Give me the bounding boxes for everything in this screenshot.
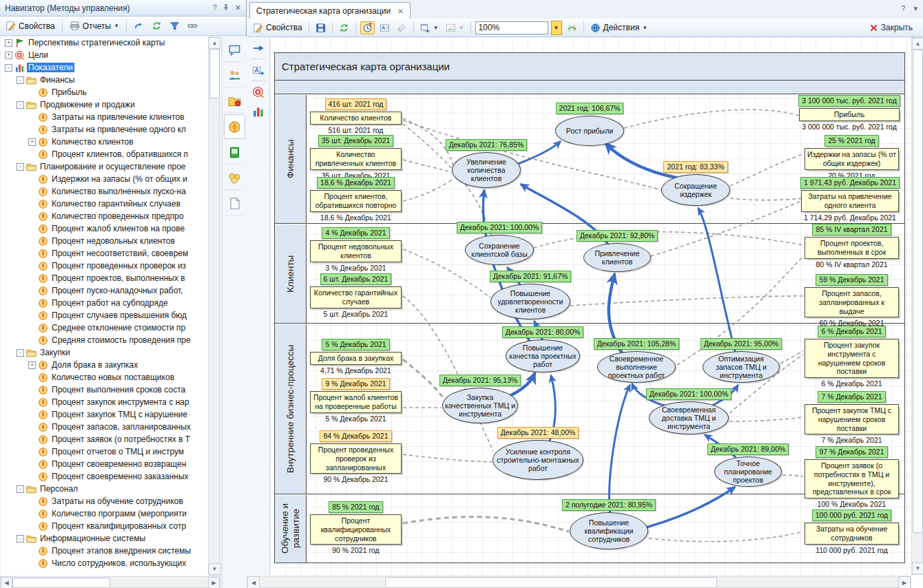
doc-properties-button[interactable]: Свойства [251,21,304,34]
label-tool-button[interactable] [249,61,267,78]
tree-item[interactable]: Процент закупок инструмента с нар [1,396,208,408]
goal-tool-button[interactable] [249,83,267,101]
export-image-button[interactable]: ▼ [444,21,466,34]
tree-item[interactable]: Среднее отклонение стоимости пр [1,322,208,334]
indicator-box[interactable]: Процент заявок (о потребностях в ТМЦ и и… [805,459,899,498]
tree-item[interactable]: + Цели [1,49,208,61]
indicator-box[interactable]: Процент клиентов, обратившихся повторно [310,190,402,212]
indicator-box[interactable]: Издержки на запасы (% от общих издержек) [805,148,899,170]
goal-ellipse[interactable]: Усиление контроля строительно-монтажных … [492,440,583,480]
help-button[interactable]: ? [213,3,217,12]
auto-layout-button[interactable] [565,21,579,34]
side-tab[interactable] [225,38,245,62]
tree-item[interactable]: Процент этапов внедрения системы [1,545,208,557]
indicator-box[interactable]: Процент недовольных клиентов [310,240,402,262]
tree-item[interactable]: - Финансы [1,74,208,86]
tree-item[interactable]: Процент проведенных проверок из [1,260,208,272]
zoom-input[interactable]: 100% [475,21,548,34]
goal-ellipse[interactable]: Рост прибыли [555,116,624,146]
tree-item[interactable]: Затраты на привлечение одного кл [1,123,208,136]
tree-item[interactable]: Издержки на запасы (% от общих и [1,173,208,185]
tree-item[interactable]: Процент жалоб клиентов на прове [1,222,208,235]
tree-expander[interactable]: + [5,39,12,47]
tree-item[interactable]: Процент отчетов о ТМЦ и инструм [1,445,208,458]
tree-item[interactable]: Процент случаев превышения бюд [1,309,208,322]
tree-expander[interactable]: - [17,349,24,357]
indicator-box[interactable]: Затраты на привлечение одного клиента [801,190,899,212]
tree-item[interactable]: Затраты на обучение сотрудников [1,495,208,507]
tree-expander[interactable]: - [17,101,24,109]
indicator-box[interactable]: Процент проектов, выполненных в срок [805,237,899,259]
goal-ellipse[interactable]: Повышение квалификации сотрудников [570,512,648,549]
tree-item[interactable]: Процент выполнения сроков соста [1,384,208,396]
doc-menu-button[interactable]: ▾ [913,4,917,13]
reports-button[interactable]: Отчеты▼ [68,19,121,32]
indicator-box[interactable]: Процент квалифицированных сотрудников [310,514,402,545]
zoom-dropdown-button[interactable]: ▼ [551,21,562,35]
pin-icon[interactable] [222,3,230,12]
tree-item[interactable]: Процент пуско-наладочных работ, [1,284,208,297]
goal-ellipse[interactable]: Своевременное выполнение проектных работ [597,351,676,383]
save-button[interactable] [313,21,328,34]
tab-close-icon[interactable]: ✕ [397,8,403,15]
tree-item[interactable]: - Продвижение и продажи [1,98,208,111]
tree-item[interactable]: Количество проведенных предпро [1,210,208,222]
indicator-box[interactable]: Количество гарантийных случаев [310,286,402,308]
tree-item[interactable]: Количество гарантийных случаев [1,198,208,210]
tree-item[interactable]: Процент запасов, запланированных [1,421,208,433]
close-document-button[interactable]: Закрыть [867,21,915,34]
tree-item[interactable]: Количество выполненных пуско-на [1,185,208,198]
goal-ellipse[interactable]: Точное планирование проектов [714,456,782,487]
tree-item[interactable]: Процент своевременно возвращен [1,458,208,470]
show-values-toggle[interactable] [360,21,375,34]
indicator-box[interactable]: Процент жалоб клиентов на проверенные ра… [310,391,402,413]
tree-expander[interactable]: - [17,163,24,171]
side-tab[interactable] [225,166,245,190]
indicator-box[interactable]: Процент закупок ТМЦ с нарушением сроков … [805,404,899,434]
tree-item[interactable]: Количество новых поставщиков [1,371,208,384]
format-brush-button[interactable] [395,21,409,34]
tree-item[interactable]: Процент заявок (о потребностях в Т [1,433,208,445]
indicator-box[interactable]: Количество привлеченных клиентов [310,148,402,170]
tree-item[interactable]: Процент своевременно заказанных [1,470,208,483]
goal-ellipse[interactable]: Привлечение клиентов [583,243,651,272]
tree-item[interactable]: Процент квалифицированных сотр [1,520,208,532]
tree-item[interactable]: - Информационные системы [1,532,208,545]
indicator-tool-button[interactable] [249,103,267,120]
indicator-box[interactable]: Доля брака в закупках [310,352,402,365]
doc-help-button[interactable]: ? [901,4,905,13]
tree-expander[interactable]: + [28,361,36,369]
link-button[interactable] [185,19,200,32]
tree-expander[interactable]: - [17,485,24,493]
goal-ellipse[interactable]: Своевременная доставка ТМЦ и инструмента [649,401,729,434]
tree-item[interactable]: Количество программ (мероприяти [1,507,208,520]
tree-item[interactable]: Прибыль [1,86,208,98]
tree-vertical-scrollbar[interactable]: ▲ ▼ [208,36,220,576]
tree-item[interactable]: Процент клиентов, обратившихся п [1,148,208,160]
tree-expander[interactable]: - [17,76,24,84]
filter-button[interactable] [167,19,182,32]
text-settings-button[interactable] [377,21,392,34]
tree-item[interactable]: - Планирование и осуществление прое [1,160,208,173]
tree-item[interactable]: + Количество клиентов [1,136,208,148]
goal-ellipse[interactable]: Оптимизация запасов ТМЦ и инструмента [703,351,780,383]
side-tab[interactable] [225,63,245,87]
tree-item[interactable]: - Закупки [1,346,208,359]
indicator-box[interactable]: Затраты на обучение сотрудников [805,523,899,545]
tree-horizontal-scrollbar[interactable]: ◀ ▶ [0,576,220,588]
tree-expander[interactable]: + [5,52,12,59]
side-tab[interactable] [225,140,245,165]
tree-expander[interactable]: - [17,535,24,543]
tree-item[interactable]: - Персонал [1,483,208,495]
goal-ellipse[interactable]: Сокращение издержек [661,174,730,206]
tree-expander[interactable]: + [28,138,36,146]
tree-item[interactable]: Процент проектов, выполненных в [1,272,208,284]
goal-ellipse[interactable]: Повышение качества проектных работ [506,339,580,372]
tree-item[interactable]: Процент закупок ТМЦ с нарушение [1,408,208,421]
go-to-button[interactable] [132,19,146,32]
tree-item[interactable]: Средняя стоимость проведения пре [1,334,208,346]
tree-item[interactable]: + Перспективы стратегической карты [1,36,208,49]
refresh-diagram-button[interactable] [337,21,351,34]
side-tab[interactable] [225,89,245,113]
close-panel-button[interactable]: ✕ [235,3,241,12]
